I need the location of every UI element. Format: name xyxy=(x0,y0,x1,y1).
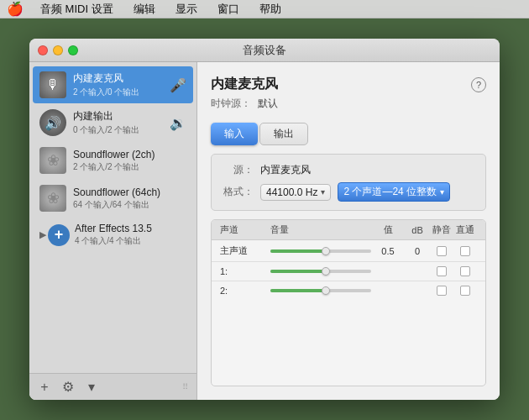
mute-ch1[interactable] xyxy=(430,266,453,276)
item-name-after-effects: After Effects 13.5 xyxy=(75,223,186,234)
minimize-button[interactable] xyxy=(53,45,63,55)
add-device-button[interactable]: + xyxy=(36,379,53,396)
device-info-panel: 源： 内置麦克风 格式： 44100.0 Hz ▾ 2 个声道—24 位整数 ▾ xyxy=(211,154,486,211)
header-value: 值 xyxy=(371,223,405,236)
volume-fill-ch2 xyxy=(270,289,326,292)
format-label: 格式： xyxy=(223,185,254,199)
volume-icon-mic: 🎤 xyxy=(170,77,186,93)
after-effects-icon: + xyxy=(48,224,70,246)
clock-value: 默认 xyxy=(258,97,278,111)
item-sub-builtin-output: 0 个输入/2 个输出 xyxy=(73,124,166,136)
device-info-left: 内建麦克风 时钟源： 默认 xyxy=(211,76,278,111)
soundflower-2ch-icon: ❀ xyxy=(39,147,66,174)
window-title: 音频设备 xyxy=(243,43,286,58)
sidebar-item-builtin-mic[interactable]: 🎙 内建麦克风 2 个输入/0 个输出 🎤 xyxy=(33,66,193,103)
volume-knob-master xyxy=(322,247,330,255)
volume-table-header: 声道 音量 值 dB 静音 直通 xyxy=(212,220,485,240)
db-master: 0 xyxy=(405,246,430,256)
titlebar: 音频设备 xyxy=(29,39,500,62)
header-thru: 直通 xyxy=(453,223,477,236)
item-text-after-effects: After Effects 13.5 4 个输入/4 个输出 xyxy=(75,223,186,247)
item-text-soundflower-64ch: Soundflower (64ch) 64 个输入/64 个输出 xyxy=(73,186,186,211)
help-button[interactable]: ? xyxy=(471,77,486,92)
header-mute: 静音 xyxy=(430,223,453,236)
sidebar-item-builtin-output[interactable]: 🔊 内建输出 0 个输入/2 个输出 🔉 xyxy=(33,104,193,141)
expand-arrow: ▶ xyxy=(39,229,46,240)
sidebar-item-after-effects[interactable]: ▶ + After Effects 13.5 4 个输入/4 个输出 xyxy=(33,218,193,252)
header-channel: 声道 xyxy=(220,223,270,236)
item-text-builtin-mic: 内建麦克风 2 个输入/0 个输出 xyxy=(73,71,166,98)
item-name-builtin-mic: 内建麦克风 xyxy=(73,71,166,86)
sidebar-item-soundflower-64ch[interactable]: ❀ Soundflower (64ch) 64 个输入/64 个输出 xyxy=(33,180,193,217)
tab-input[interactable]: 输入 xyxy=(211,123,258,145)
hz-arrow: ▾ xyxy=(321,187,325,197)
item-sub-builtin-mic: 2 个输入/0 个输出 xyxy=(73,87,166,98)
item-sub-soundflower-64ch: 64 个输入/64 个输出 xyxy=(73,199,186,211)
channel-name-2: 2: xyxy=(220,286,270,296)
arrow-button[interactable]: ▾ xyxy=(83,379,100,396)
volume-table: 声道 音量 值 dB 静音 直通 主声道 0.5 xyxy=(211,219,486,386)
audio-devices-window: 音频设备 🎙 内建麦克风 2 个输入/0 个输出 🎤 xyxy=(29,39,500,400)
maximize-button[interactable] xyxy=(68,45,78,55)
drag-handle: ⠿ xyxy=(182,382,190,391)
thru-ch1[interactable] xyxy=(453,266,477,276)
format-row: 格式： 44100.0 Hz ▾ 2 个声道—24 位整数 ▾ xyxy=(223,182,474,202)
item-sub-after-effects: 4 个输入/4 个输出 xyxy=(75,235,186,247)
item-text-soundflower-2ch: Soundflower (2ch) 2 个输入/2 个输出 xyxy=(73,149,186,173)
channels-dropdown[interactable]: 2 个声道—24 位整数 ▾ xyxy=(338,182,450,202)
device-list: 🎙 内建麦克风 2 个输入/0 个输出 🎤 🔊 内建输出 0 个输入/2 个输出 xyxy=(29,62,196,373)
channels-arrow: ▾ xyxy=(440,187,444,197)
source-row: 源： 内置麦克风 xyxy=(223,163,474,177)
speaker-icon: 🔊 xyxy=(39,109,66,136)
soundflower-64ch-icon: ❀ xyxy=(39,185,66,212)
volume-bar-ch1[interactable] xyxy=(270,270,371,273)
mute-ch2[interactable] xyxy=(430,286,453,296)
menu-display[interactable]: 显示 xyxy=(172,1,201,18)
volume-row-ch2: 2: xyxy=(212,281,485,300)
menubar: 🍎 音频 MIDI 设置 编辑 显示 窗口 帮助 xyxy=(0,0,529,18)
window-controls xyxy=(38,45,78,55)
close-button[interactable] xyxy=(38,45,48,55)
device-clock: 时钟源： 默认 xyxy=(211,97,278,111)
sidebar: 🎙 内建麦克风 2 个输入/0 个输出 🎤 🔊 内建输出 0 个输入/2 个输出 xyxy=(29,62,197,400)
tab-output[interactable]: 输出 xyxy=(259,123,308,145)
tab-bar: 输入 输出 xyxy=(211,123,486,145)
item-name-soundflower-2ch: Soundflower (2ch) xyxy=(73,149,186,160)
clock-label: 时钟源： xyxy=(211,97,251,111)
source-value: 内置麦克风 xyxy=(260,163,311,177)
mute-master[interactable] xyxy=(430,246,453,256)
main-content: 内建麦克风 时钟源： 默认 ? 输入 输出 源： xyxy=(197,62,500,400)
mic-icon: 🎙 xyxy=(39,71,66,98)
channel-name-1: 1: xyxy=(220,266,270,276)
volume-row-master: 主声道 0.5 0 xyxy=(212,240,485,262)
volume-knob-ch2 xyxy=(322,286,330,295)
item-text-builtin-output: 内建输出 0 个输入/2 个输出 xyxy=(73,109,166,136)
volume-bar-ch2[interactable] xyxy=(270,289,371,292)
hz-dropdown[interactable]: 44100.0 Hz ▾ xyxy=(260,184,331,201)
device-title: 内建麦克风 xyxy=(211,76,278,93)
thru-ch2[interactable] xyxy=(453,286,477,296)
item-sub-soundflower-2ch: 2 个输入/2 个输出 xyxy=(73,161,186,173)
sidebar-item-soundflower-2ch[interactable]: ❀ Soundflower (2ch) 2 个输入/2 个输出 xyxy=(33,142,193,179)
header-db: dB xyxy=(405,225,430,235)
volume-fill-ch1 xyxy=(270,270,326,273)
channels-value: 2 个声道—24 位整数 xyxy=(343,185,437,199)
menu-window[interactable]: 窗口 xyxy=(214,1,243,18)
apple-menu[interactable]: 🍎 xyxy=(7,1,24,17)
value-master: 0.5 xyxy=(371,246,405,256)
volume-bar-master[interactable] xyxy=(270,249,371,253)
device-header: 内建麦克风 时钟源： 默认 ? xyxy=(211,76,486,111)
item-name-builtin-output: 内建输出 xyxy=(73,109,166,123)
hz-value: 44100.0 Hz xyxy=(266,186,317,198)
thru-master[interactable] xyxy=(453,246,477,256)
source-label: 源： xyxy=(223,163,254,177)
volume-fill-master xyxy=(270,249,326,253)
channel-name-master: 主声道 xyxy=(220,244,270,257)
menu-edit[interactable]: 编辑 xyxy=(130,1,159,18)
settings-button[interactable]: ⚙ xyxy=(60,379,76,396)
menu-audio-midi[interactable]: 音频 MIDI 设置 xyxy=(37,1,117,18)
volume-knob-ch1 xyxy=(322,267,330,276)
menu-help[interactable]: 帮助 xyxy=(256,1,285,18)
header-volume: 音量 xyxy=(270,223,371,236)
item-name-soundflower-64ch: Soundflower (64ch) xyxy=(73,186,186,198)
